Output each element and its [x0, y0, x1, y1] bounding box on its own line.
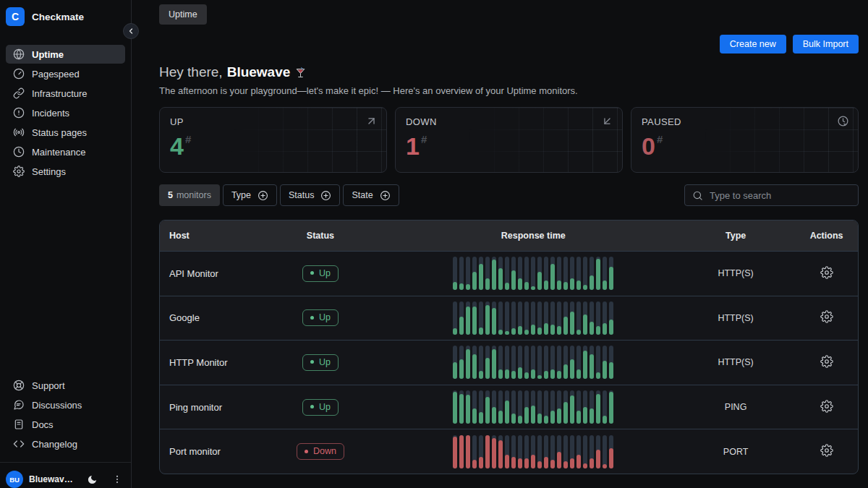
code-icon — [13, 438, 25, 450]
sidebar-item-settings[interactable]: Settings — [6, 162, 125, 181]
filter-state-button[interactable]: State — [343, 184, 399, 206]
table-header: Host Status Response time Type Actions — [160, 221, 858, 251]
row-actions-gear-icon[interactable] — [820, 310, 833, 323]
sidebar-item-uptime[interactable]: Uptime — [6, 45, 125, 64]
response-bar — [537, 301, 542, 335]
sidebar-item-label: Maintenance — [32, 147, 85, 158]
filter-type-button[interactable]: Type — [223, 184, 277, 206]
row-actions-gear-icon[interactable] — [820, 355, 833, 368]
monitor-count-chip: 5 monitors — [159, 184, 220, 206]
row-actions-gear-icon[interactable] — [820, 444, 833, 457]
table-row[interactable]: Port monitor Down PORT — [160, 429, 858, 474]
response-bar — [563, 257, 568, 290]
table-row[interactable]: API Monitor Up HTTP(S) — [160, 251, 858, 296]
response-bar — [609, 301, 613, 335]
response-bar — [505, 257, 509, 290]
response-bar — [466, 301, 470, 335]
response-bar — [524, 390, 529, 424]
response-bar — [518, 390, 522, 424]
response-bar — [550, 257, 555, 290]
app-logo: C — [6, 7, 25, 26]
stat-unit: # — [657, 133, 663, 145]
response-time-chart — [453, 346, 613, 379]
sidebar-item-discussions[interactable]: Discussions — [6, 395, 125, 414]
response-bar — [472, 257, 477, 290]
bulk-import-button[interactable]: Bulk Import — [793, 35, 859, 53]
response-bar — [570, 346, 574, 379]
column-header-type[interactable]: Type — [676, 231, 795, 241]
response-bar — [583, 390, 587, 424]
response-time-chart — [453, 435, 613, 468]
response-bar — [505, 301, 509, 335]
sidebar-item-pagespeed[interactable]: Pagespeed — [6, 64, 125, 83]
response-bar — [498, 301, 503, 335]
response-bar — [550, 346, 555, 379]
response-bar — [531, 257, 535, 290]
response-bar — [511, 435, 516, 468]
user-row[interactable]: BU Bluewave U... — [0, 463, 131, 488]
response-bar — [609, 346, 613, 379]
moon-icon[interactable] — [87, 474, 98, 485]
response-bar — [576, 435, 581, 468]
response-bar — [498, 257, 503, 290]
stat-value: 4# — [170, 134, 376, 158]
response-bar — [596, 346, 600, 379]
sidebar-item-maintenance[interactable]: Maintenance — [6, 142, 125, 161]
filter-label: Type — [231, 190, 251, 200]
sidebar-item-status-pages[interactable]: Status pages — [6, 123, 125, 142]
response-bar — [479, 257, 483, 290]
page-title: Hey there, Bluewave — [159, 64, 859, 80]
monitor-host: Google — [160, 312, 250, 323]
monitor-count-suffix: monitors — [176, 190, 211, 200]
column-header-status[interactable]: Status — [250, 231, 390, 241]
response-bar — [576, 346, 581, 379]
greeting-name: Bluewave — [227, 64, 291, 80]
response-bar — [603, 346, 607, 379]
sidebar-item-docs[interactable]: Docs — [6, 415, 125, 434]
response-bar — [531, 301, 535, 335]
column-header-host[interactable]: Host — [160, 231, 250, 241]
column-header-response-time[interactable]: Response time — [390, 231, 676, 241]
row-actions-gear-icon[interactable] — [820, 400, 833, 413]
response-bar — [524, 435, 529, 468]
table-row[interactable]: Google Up HTTP(S) — [160, 296, 858, 341]
avatar[interactable]: BU — [6, 471, 23, 488]
app-logo-letter: C — [12, 11, 19, 22]
response-bar — [459, 301, 464, 335]
response-bar — [544, 257, 548, 290]
response-bar — [596, 390, 600, 424]
monitor-type: HTTP(S) — [676, 357, 795, 367]
monitor-host: HTTP Monitor — [160, 357, 250, 368]
sidebar-footer: Support Discussions Docs Changelog BU Bl… — [0, 376, 131, 488]
sidebar-collapse-button[interactable] — [123, 23, 139, 39]
response-bar — [453, 301, 457, 335]
row-actions-gear-icon[interactable] — [820, 266, 833, 279]
response-bar — [596, 257, 600, 290]
response-bar — [570, 257, 574, 290]
response-bar — [544, 301, 548, 335]
response-time-chart — [453, 301, 613, 335]
monitors-table: Host Status Response time Type Actions A… — [159, 220, 859, 474]
sidebar-item-changelog[interactable]: Changelog — [6, 435, 125, 453]
sidebar-item-incidents[interactable]: Incidents — [6, 103, 125, 122]
sidebar-item-support[interactable]: Support — [6, 376, 125, 395]
response-bar — [576, 390, 581, 424]
table-row[interactable]: HTTP Monitor Up HTTP(S) — [160, 340, 858, 385]
create-new-button[interactable]: Create new — [720, 35, 786, 53]
avatar-initials: BU — [9, 476, 20, 484]
response-bar — [609, 435, 613, 468]
table-row[interactable]: Ping monitor Up PING — [160, 385, 858, 429]
search-input[interactable] — [710, 190, 851, 201]
response-bar — [603, 435, 607, 468]
arrow-up-right-icon — [365, 115, 378, 127]
status-badge: Up — [302, 265, 339, 282]
response-bar — [570, 390, 574, 424]
sidebar-item-infrastructure[interactable]: Infrastructure — [6, 84, 125, 103]
response-bar — [466, 346, 470, 379]
stat-unit: # — [185, 133, 191, 145]
stat-card-paused: PAUSED 0# — [631, 107, 859, 173]
filter-status-button[interactable]: Status — [280, 184, 340, 206]
breadcrumb[interactable]: Uptime — [159, 4, 207, 25]
more-vertical-icon[interactable] — [112, 474, 122, 484]
response-bar — [550, 301, 555, 335]
